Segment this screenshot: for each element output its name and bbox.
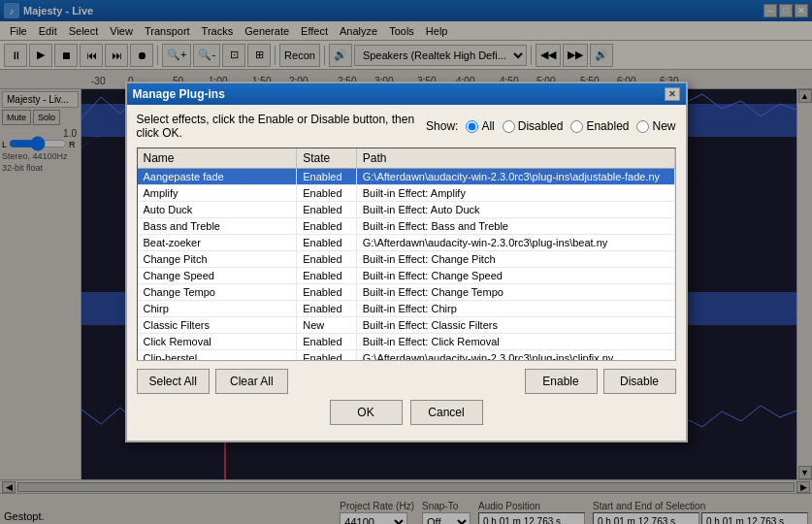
plugin-path: Built-in Effect: Change Speed [356,268,674,284]
plugin-row[interactable]: Click Removal Enabled Built-in Effect: C… [138,334,675,350]
plugin-path: Built-in Effect: Amplify [356,185,674,202]
plugin-state: Enabled [297,268,357,284]
cancel-button[interactable]: Cancel [410,400,483,425]
dialog-titlebar: Manage Plug-ins ✕ [127,83,686,105]
plugin-state: Enabled [297,235,357,251]
plugin-path: Built-in Effect: Chirp [356,301,674,317]
plugin-row[interactable]: Classic Filters New Built-in Effect: Cla… [138,317,675,334]
plugin-name: Bass and Treble [138,218,297,235]
modal-overlay: Manage Plug-ins ✕ Select effects, click … [0,0,812,524]
plugin-state: Enabled [297,202,357,218]
plugin-name: Classic Filters [138,317,297,334]
plugin-row[interactable]: Change Tempo Enabled Built-in Effect: Ch… [138,284,675,301]
show-filter-group: Show: All Disabled Enabled [426,119,675,133]
radio-disabled-text: Disabled [518,119,564,133]
dialog-instructions: Select effects, click the Enable or Disa… [137,113,676,140]
plugin-path: Built-in Effect: Click Removal [356,334,674,350]
plugin-name: Amplify [138,185,297,202]
plugin-path: G:\Afterdawn\audacity-win-2.3.0rc3\plug-… [356,350,674,362]
plugin-name: Change Pitch [138,251,297,268]
dialog-body: Select effects, click the Enable or Disa… [127,105,686,441]
plugin-table: Name State Path Aangepaste fade Enabled … [138,148,675,361]
plugin-name: Clip-herstel [138,350,297,362]
plugin-state: Enabled [297,334,357,350]
plugin-path: Built-in Effect: Change Pitch [356,251,674,268]
plugin-state: New [297,317,357,334]
radio-all-label[interactable]: All [466,119,494,133]
dialog-close-button[interactable]: ✕ [665,87,680,101]
dialog-footer: OK Cancel [137,400,676,433]
col-header-path[interactable]: Path [356,148,674,169]
radio-enabled[interactable] [570,120,583,133]
plugin-path: G:\Afterdawn\audacity-win-2.3.0rc3\plug-… [356,235,674,251]
plugin-state: Enabled [297,218,357,235]
plugin-path: G:\Afterdawn\audacity-win-2.3.0rc3\plug-… [356,169,674,185]
plugin-state: Enabled [297,251,357,268]
plugin-path: Built-in Effect: Auto Duck [356,202,674,218]
plugin-row[interactable]: Bass and Treble Enabled Built-in Effect:… [138,218,675,235]
plugin-row[interactable]: Clip-herstel Enabled G:\Afterdawn\audaci… [138,350,675,362]
plugin-state: Enabled [297,301,357,317]
plugin-row[interactable]: Aangepaste fade Enabled G:\Afterdawn\aud… [138,169,675,185]
plugin-row[interactable]: Change Speed Enabled Built-in Effect: Ch… [138,268,675,284]
dialog-actions-left: Select All Clear All [137,369,288,394]
dialog-actions-right: Enable Disable [525,369,676,394]
plugin-row[interactable]: Chirp Enabled Built-in Effect: Chirp [138,301,675,317]
col-header-name[interactable]: Name [138,148,297,169]
radio-enabled-label[interactable]: Enabled [570,119,629,133]
plugin-name: Change Speed [138,268,297,284]
plugin-path: Built-in Effect: Change Tempo [356,284,674,301]
plugin-name: Click Removal [138,334,297,350]
disable-button[interactable]: Disable [603,369,676,394]
plugin-name: Aangepaste fade [138,169,297,185]
plugin-name: Change Tempo [138,284,297,301]
plugin-state: Enabled [297,169,357,185]
show-label: Show: [426,119,458,133]
plugin-state: Enabled [297,350,357,362]
clear-all-button[interactable]: Clear All [215,369,288,394]
col-header-state[interactable]: State [297,148,357,169]
radio-disabled-label[interactable]: Disabled [503,119,564,133]
plugin-path: Built-in Effect: Classic Filters [356,317,674,334]
manage-plugins-dialog: Manage Plug-ins ✕ Select effects, click … [125,82,688,442]
plugin-name: Chirp [138,301,297,317]
plugin-row[interactable]: Amplify Enabled Built-in Effect: Amplify [138,185,675,202]
dialog-actions: Select All Clear All Enable Disable [137,369,676,394]
plugin-table-container[interactable]: Name State Path Aangepaste fade Enabled … [137,147,676,361]
instructions-text: Select effects, click the Enable or Disa… [137,113,427,140]
radio-new[interactable] [636,120,649,133]
radio-enabled-text: Enabled [586,119,629,133]
enable-button[interactable]: Enable [525,369,598,394]
radio-new-text: New [652,119,675,133]
ok-button[interactable]: OK [330,400,403,425]
select-all-button[interactable]: Select All [137,369,210,394]
plugin-state: Enabled [297,185,357,202]
radio-all-text: All [481,119,494,133]
plugin-state: Enabled [297,284,357,301]
plugin-row[interactable]: Auto Duck Enabled Built-in Effect: Auto … [138,202,675,218]
plugin-path: Built-in Effect: Bass and Treble [356,218,674,235]
plugin-name: Beat-zoeker [138,235,297,251]
radio-disabled[interactable] [503,120,515,133]
radio-all[interactable] [466,120,478,133]
plugin-row[interactable]: Change Pitch Enabled Built-in Effect: Ch… [138,251,675,268]
radio-new-label[interactable]: New [636,119,675,133]
plugin-row[interactable]: Beat-zoeker Enabled G:\Afterdawn\audacit… [138,235,675,251]
dialog-title: Manage Plug-ins [133,87,665,101]
plugin-name: Auto Duck [138,202,297,218]
